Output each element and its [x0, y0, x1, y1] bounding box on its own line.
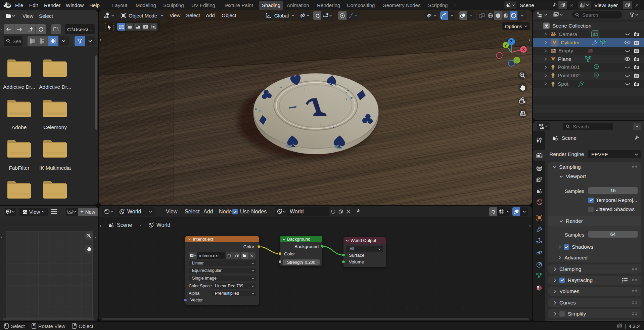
svg-text:Z: Z: [510, 40, 512, 44]
svg-text:X: X: [522, 47, 525, 52]
svg-text:Y: Y: [504, 43, 507, 47]
